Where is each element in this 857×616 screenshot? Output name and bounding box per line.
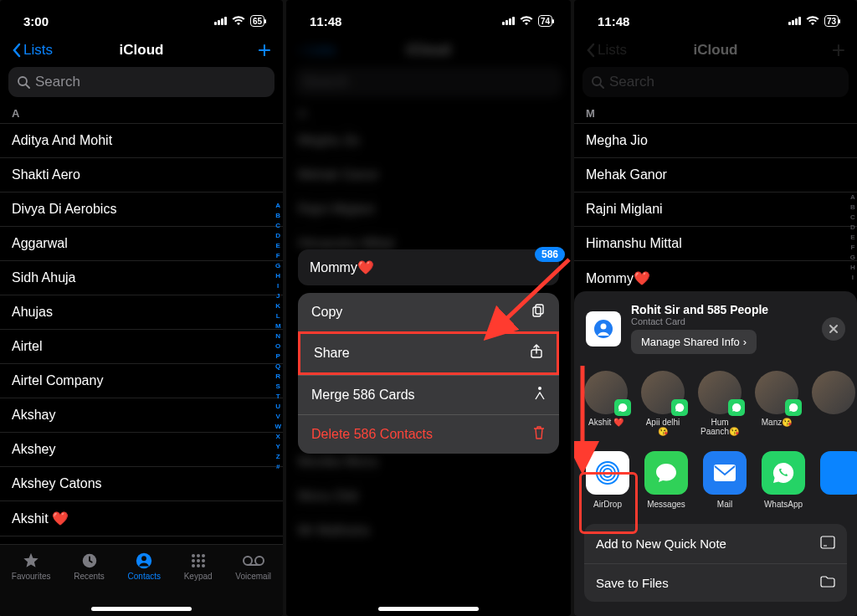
tab-label: Recents [74,572,105,581]
menu-label: Share [314,346,350,361]
person-name: Manz😘 [762,418,792,427]
action-label: Add to New Quick Note [596,536,726,551]
avatar [641,371,685,414]
section-header: A [0,104,283,123]
contact-row[interactable]: Airtel Company [0,363,283,398]
home-indicator[interactable] [91,607,192,611]
person-name: Hum Paanch😘 [698,418,742,436]
contact-row: Himanshu Mittal [574,226,857,260]
svg-rect-29 [714,465,736,481]
mail-icon [703,451,747,495]
tab-label: Contacts [128,572,161,581]
svg-point-8 [192,559,195,562]
whatsapp-icon [762,451,805,495]
svg-line-23 [600,85,603,88]
whatsapp-badge-icon [785,399,802,416]
action-save-files[interactable]: Save to Files [584,563,847,602]
share-person[interactable]: Hum Paanch😘 [698,371,742,436]
home-indicator[interactable] [378,607,479,611]
clock: 3:00 [23,14,49,28]
menu-label: Delete 586 Contacts [311,427,433,442]
svg-point-14 [244,557,252,565]
contact-row: Mommy❤️ [574,260,857,295]
person-name: Apii delhi😘 [641,418,685,436]
chevron-right-icon: › [743,336,747,348]
back-button: Lists [586,42,636,59]
close-button[interactable] [822,317,845,341]
status-bar: 3:00 65 [0,0,283,37]
svg-point-4 [141,556,146,561]
wifi-icon [520,16,533,26]
cellular-icon [502,17,515,25]
contact-row[interactable]: Akshey [0,432,283,466]
share-icon [530,344,543,362]
nav-bar: Lists iCloud + [0,37,283,67]
svg-point-7 [202,554,205,557]
contact-row[interactable]: Akshit ❤️ [0,501,283,536]
contact-row[interactable]: Aggarwal [0,226,283,260]
contacts-list[interactable]: Aditya And MohitShakti AeroDivya Di Aero… [0,123,283,570]
clock: 11:48 [598,14,629,28]
share-person[interactable]: Manz😘 [755,371,798,436]
app-label: Messages [647,500,685,509]
contact-row[interactable]: Akshey Catons [0,466,283,501]
avatar [755,371,798,414]
add-contact-button[interactable]: + [258,43,271,58]
tab-voicemail[interactable]: Voicemail [235,552,271,616]
share-subtitle: Contact Card [631,316,812,326]
avatar [698,371,742,414]
wifi-icon [232,16,245,26]
page-title: iCloud [694,42,738,59]
share-people-row[interactable]: Akshit ❤️Apii delhi😘Hum Paanch😘Manz😘 [574,362,857,439]
search-icon [17,75,30,89]
battery-icon: 74 [538,15,552,27]
search-input[interactable]: Search [8,67,275,97]
share-person[interactable]: Apii delhi😘 [641,371,685,436]
status-bar: 11:48 73 [574,0,857,37]
alpha-index: ABCDEFGHI [850,192,855,283]
contacts-list: Megha JioMehak GanorRajni MiglaniHimansh… [574,123,857,295]
svg-point-6 [197,554,200,557]
svg-rect-30 [821,536,834,548]
tab-label: Favourites [12,572,51,581]
contact-row[interactable]: Aditya And Mohit [0,123,283,157]
share-app-messages[interactable]: Messages [644,451,688,509]
contact-row[interactable]: Shakti Aero [0,157,283,192]
tab-label: Voicemail [235,572,271,581]
menu-merge[interactable]: Merge 586 Cards [298,375,559,414]
back-label: Lists [23,42,53,59]
clock: 11:48 [310,14,341,28]
share-app-mail[interactable]: Mail [703,451,747,509]
svg-line-1 [26,85,29,88]
person-icon [133,552,155,570]
contact-row[interactable]: Ahujas [0,295,283,329]
keypad-icon [187,552,209,570]
back-button[interactable]: Lists [12,42,62,59]
contact-row[interactable]: Sidh Ahuja [0,260,283,295]
contact-row[interactable]: Akshay [0,398,283,432]
search-placeholder: Search [35,74,80,90]
svg-point-9 [197,559,200,562]
menu-delete[interactable]: Delete 586 Contacts [298,414,559,454]
share-actions-group: Add to New Quick Note Save to Files [584,524,847,602]
search-icon [591,75,604,89]
trash-icon [532,425,546,444]
contact-row[interactable]: Airtel [0,329,283,363]
tab-favourites[interactable]: Favourites [12,552,51,616]
contact-row: Mehak Ganor [574,157,857,192]
alpha-index[interactable]: ABCDEFGHIJKLMNOPQRSTUVWXYZ# [275,201,281,472]
share-app-whatsapp[interactable]: WhatsApp [762,451,805,509]
status-bar: 11:48 74 [286,0,571,37]
tab-bar: Favourites Recents Contacts Keypad Voice… [0,544,283,616]
annotation-arrow-icon [477,251,571,343]
star-icon [20,552,42,570]
whatsapp-badge-icon [728,399,745,416]
contact-row[interactable]: Divya Di Aerobics [0,192,283,226]
search-input: Search [582,67,849,97]
svg-point-11 [192,564,195,567]
share-sheet: Rohit Sir and 585 People Contact Card Ma… [574,291,857,616]
back-label: Lists [598,42,627,59]
whatsapp-badge-icon [671,399,688,416]
manage-shared-info-button[interactable]: Manage Shared Info › [631,330,757,354]
voicemail-icon [243,552,264,570]
